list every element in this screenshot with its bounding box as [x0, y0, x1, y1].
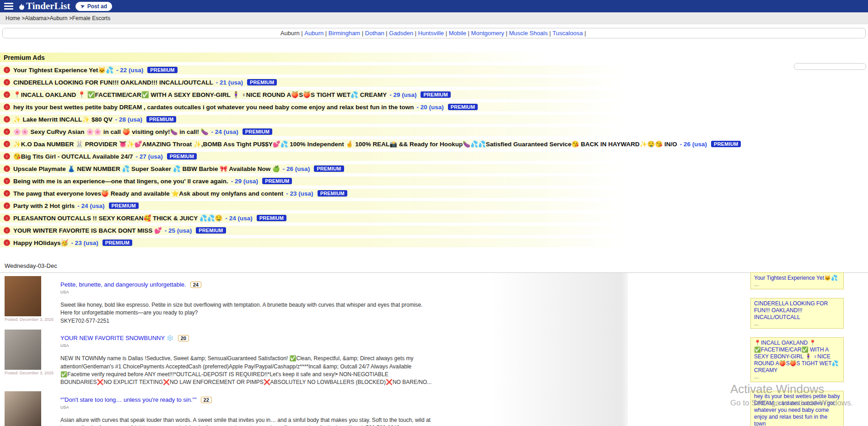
posted-date: Posted: December 3, 2025	[5, 371, 54, 375]
separator: |	[583, 30, 588, 37]
city-link[interactable]: Auburn	[304, 30, 323, 37]
listing-description: Asian allure with curves that speak loud…	[60, 416, 435, 426]
breadcrumb: Home >Alabama>Auburn >Female Escorts	[0, 12, 868, 24]
date-header: Wednesday-03-Dec	[0, 260, 868, 273]
premium-badge: PREMIUM	[711, 141, 741, 147]
premium-ad-row[interactable]: ↑YOUR WINTER FAVORITE IS BACK DONT MISS …	[0, 226, 868, 235]
premium-badge: PREMIUM	[109, 202, 139, 209]
separator: |	[466, 30, 471, 37]
separator: |	[444, 30, 449, 37]
sidebar-ad-box[interactable]: Your Tightest Experience Yet🐱💦...	[750, 272, 844, 289]
premium-ad-row[interactable]: ↑✨K.O Daa NUMBER 🐰 PROVIDER 👅✨💕AMAZING T…	[0, 139, 868, 149]
premium-ad-row[interactable]: ↑Upscale Playmate 👗 NEW NUMBER 💦 Super S…	[0, 164, 868, 173]
premium-ad-row[interactable]: ↑Party with 2 Hot girls- 24 (usa)PREMIUM	[0, 201, 868, 210]
listing-left: Posted: December 3, 2025	[5, 391, 54, 426]
breadcrumb-link[interactable]: Female Escorts	[72, 15, 110, 21]
listing-item: Posted: December 3, 2025YOUR NEW FAVORIT…	[0, 326, 628, 388]
breadcrumb-link[interactable]: Auburn >	[50, 15, 72, 21]
sidebar-ad-box[interactable]: 📍INCALL OAKLAND 📍 ✅FACETIME/CAR✅ WITH A …	[750, 337, 844, 382]
listing-title-row: YOUR NEW FAVORITE SNOWBUNNY ❄️20	[60, 334, 435, 342]
premium-ad-meta: - 20 (usa)	[416, 104, 443, 111]
listing-description: NEW IN TOWNMy name is Dallas !Seductive,…	[60, 355, 435, 387]
premium-ad-row[interactable]: ↑✨ Lake Merritt INCALL✨ $80 QV- 28 (usa)…	[0, 115, 868, 124]
up-arrow-icon: ↑	[4, 178, 10, 184]
separator: |	[384, 30, 389, 37]
premium-ad-title: CINDERELLA LOOKING FOR FUN!!! OAKLAND!!!…	[13, 79, 213, 86]
premium-badge: PREMIUM	[262, 178, 292, 184]
sidebar-ad-more: ...	[754, 282, 840, 288]
sidebar-ad-box[interactable]: CINDERELLA LOOKING FOR FUN!!! OAKLAND!!!…	[750, 298, 844, 329]
premium-ad-row[interactable]: ↑Being with me is an experience—one that…	[0, 176, 868, 186]
premium-ad-row[interactable]: ↑CINDERELLA LOOKING FOR FUN!!! OAKLAND!!…	[0, 78, 868, 87]
breadcrumb-link[interactable]: Alabama>	[25, 15, 49, 21]
post-ad-button[interactable]: ➤ Post ad	[75, 2, 112, 11]
premium-badge: PREMIUM	[314, 165, 344, 172]
city-link[interactable]: Tuscaloosa	[553, 30, 583, 37]
age-badge: 24	[190, 282, 201, 288]
premium-ad-meta: - 25 (usa)	[165, 227, 192, 234]
premium-ad-row[interactable]: ↑The pawg that everyone loves🍑 Ready and…	[0, 189, 868, 198]
premium-ad-meta: - 24 (usa)	[77, 202, 104, 209]
country-label: USA	[60, 290, 435, 294]
premium-badge: PREMIUM	[448, 104, 478, 110]
premium-ad-title: Being with me is an experience—one that …	[13, 178, 228, 185]
premium-ad-meta: - 24 (usa)	[211, 128, 238, 135]
breadcrumb-link[interactable]: Home >	[5, 15, 25, 21]
premium-ad-title: Happy HOlidays🥳	[13, 239, 68, 246]
premium-badge: PREMIUM	[102, 240, 132, 246]
sidebar-ad-more: ...	[754, 321, 840, 327]
listing-title-link[interactable]: YOUR NEW FAVORITE SNOWBUNNY ❄️	[60, 335, 174, 341]
premium-ad-row[interactable]: ↑🌸🌸 Sexy CuRvy Asian 🌸🌸 in call 🍑 visiti…	[0, 127, 868, 136]
menu-icon[interactable]	[4, 3, 13, 10]
city-link[interactable]: Montgomery	[471, 30, 504, 37]
up-arrow-icon: ↑	[4, 116, 10, 122]
up-arrow-icon: ↑	[4, 240, 10, 246]
premium-badge: PREMIUM	[147, 67, 177, 73]
premium-ad-row[interactable]: ↑hey its your best wettes petite baby DR…	[0, 102, 868, 112]
sidebar-ad-title: 📍INCALL OAKLAND 📍 ✅FACETIME/CAR✅ WITH A …	[754, 340, 840, 374]
premium-ad-meta: - 29 (usa)	[389, 91, 416, 98]
premium-ad-row[interactable]: ↑😘Big Tits Girl - OUTCALL Available 24/7…	[0, 152, 868, 161]
premium-badge: PREMIUM	[167, 153, 197, 160]
listing-thumbnail[interactable]	[5, 391, 41, 426]
city-link[interactable]: Gadsden	[389, 30, 413, 37]
premium-ad-title: ✨K.O Daa NUMBER 🐰 PROVIDER 👅✨💕AMAZING Th…	[13, 140, 677, 148]
premium-ad-row[interactable]: ↑PLEASANTON OUTCALLS !! SEXY KOREAN🥰 THI…	[0, 213, 868, 223]
premium-ad-row[interactable]: ↑📍INCALL OAKLAND 📍 ✅FACETIME/CAR✅ WITH A…	[0, 90, 868, 99]
up-arrow-icon: ↑	[4, 104, 10, 110]
listing-description: Sweet like honey, bold like espresso. Pe…	[60, 301, 435, 317]
city-link[interactable]: Muscle Shoals	[509, 30, 548, 37]
premium-ad-title: Party with 2 Hot girls	[13, 202, 75, 209]
listing-content: Petite, brunette, and dangerously unforg…	[60, 276, 435, 325]
premium-badge: PREMIUM	[257, 215, 286, 221]
city-link[interactable]: Huntsville	[418, 30, 444, 37]
up-arrow-icon: ↑	[4, 190, 10, 197]
city-link[interactable]: Dothan	[365, 30, 384, 37]
up-arrow-icon: ↑	[4, 128, 10, 135]
listing-title-link[interactable]: Petite, brunette, and dangerously unforg…	[60, 281, 186, 288]
sidebar-ad-box[interactable]: hey its your best wettes petite baby DRE…	[750, 391, 844, 426]
premium-ad-title: 🌸🌸 Sexy CuRvy Asian 🌸🌸 in call 🍑 visitin…	[13, 128, 209, 135]
city-link[interactable]: Mobile	[449, 30, 466, 37]
site-logo[interactable]: TinderList	[19, 1, 70, 11]
premium-ad-row[interactable]: ↑Your Tightest Experience Yet🐱💦- 22 (usa…	[0, 65, 868, 75]
premium-rows: ↑Your Tightest Experience Yet🐱💦- 22 (usa…	[0, 65, 868, 247]
listing-item: Posted: December 3, 2025“"Don't stare to…	[0, 388, 628, 426]
send-icon: ➤	[80, 3, 86, 9]
listing-thumbnail[interactable]	[5, 276, 41, 316]
premium-ad-meta: - 27 (usa)	[135, 153, 162, 160]
city-link[interactable]: Birmingham	[329, 30, 360, 37]
premium-badge: PREMIUM	[243, 128, 272, 135]
city-current: Auburn	[280, 30, 300, 37]
age-badge: 20	[178, 335, 189, 341]
premium-ad-meta: - 26 (usa)	[283, 165, 310, 172]
premium-ad-row[interactable]: ↑Happy HOlidays🥳- 23 (usa)PREMIUM	[0, 238, 868, 247]
listing-title-link[interactable]: “"Don't stare too long… unless you're re…	[60, 396, 196, 403]
listing-item: Posted: December 3, 2025Petite, brunette…	[0, 273, 628, 326]
premium-ad-title: Upscale Playmate 👗 NEW NUMBER 💦 Super So…	[13, 165, 280, 172]
country-label: USA	[60, 343, 435, 348]
listings-section: Posted: December 3, 2025Petite, brunette…	[0, 273, 628, 426]
listing-content: YOUR NEW FAVORITE SNOWBUNNY ❄️20USANEW I…	[60, 330, 435, 387]
listing-thumbnail[interactable]	[5, 330, 41, 370]
up-arrow-icon: ↑	[4, 153, 10, 160]
